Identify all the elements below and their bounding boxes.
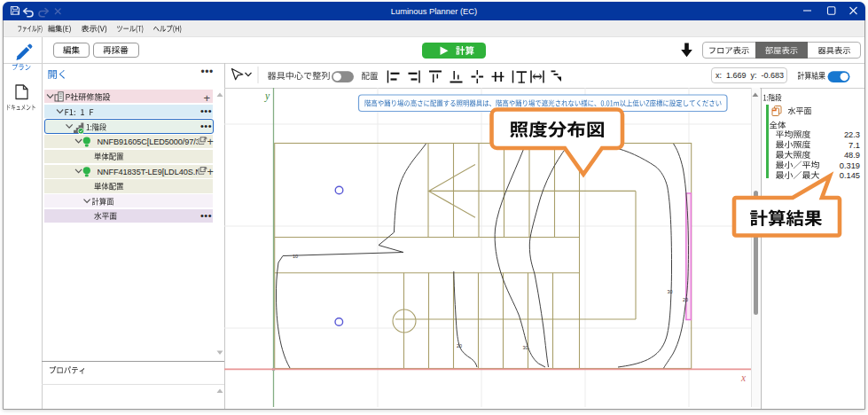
svg-text:10: 10 [293, 254, 298, 259]
svg-text:x: x [740, 372, 747, 383]
svg-text:20: 20 [683, 297, 688, 302]
svg-text:20: 20 [457, 343, 462, 348]
svg-text:30: 30 [668, 289, 673, 294]
svg-text:30: 30 [523, 345, 528, 350]
svg-text:y: y [264, 90, 270, 102]
